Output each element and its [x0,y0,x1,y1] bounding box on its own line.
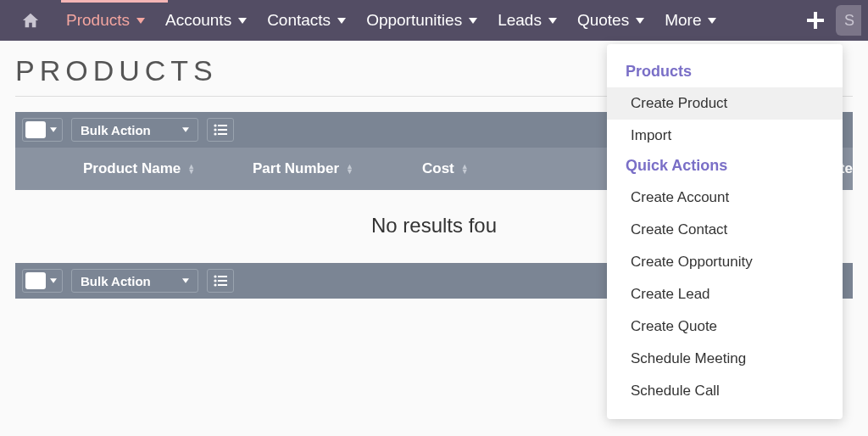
nav-quotes[interactable]: Quotes [567,0,654,41]
svg-rect-1 [807,19,824,22]
svg-point-6 [214,132,216,135]
dropdown-item-schedule-meeting[interactable]: Schedule Meeting [607,343,843,375]
nav-label: Accounts [165,11,231,30]
bulk-action-label: Bulk Action [81,123,151,137]
column-part-number[interactable]: Part Number ▲▼ [253,160,422,177]
nav-contacts[interactable]: Contacts [257,0,356,41]
column-product-name[interactable]: Product Name ▲▼ [83,160,253,177]
caret-down-icon[interactable] [48,278,62,283]
caret-down-icon [182,278,189,283]
svg-point-4 [214,128,216,131]
search-placeholder: S [844,12,854,30]
svg-rect-9 [218,276,227,277]
nav-leads[interactable]: Leads [487,0,567,41]
nav-label: Leads [498,11,542,30]
nav-label: Opportunities [366,11,462,30]
dropdown-section-quick-actions: Quick Actions [607,152,843,182]
svg-rect-13 [218,284,227,286]
search-input[interactable]: S [836,5,861,36]
list-icon [214,124,227,136]
column-cost[interactable]: Cost ▲▼ [422,160,532,177]
svg-rect-7 [218,133,227,135]
svg-point-2 [214,124,216,126]
dropdown-item-create-quote[interactable]: Create Quote [607,310,843,343]
nav-label: Contacts [267,11,331,30]
caret-down-icon [469,18,477,24]
columns-button[interactable] [207,269,234,293]
column-label: Product Name [83,160,181,177]
dropdown-item-create-contact[interactable]: Create Contact [607,214,843,246]
caret-down-icon [636,18,644,24]
bulk-action-label: Bulk Action [81,274,151,288]
checkbox-icon [25,121,46,138]
create-button[interactable] [795,12,836,29]
svg-point-8 [214,275,216,277]
nav-label: Quotes [577,11,629,30]
select-all-checkbox[interactable] [22,118,63,142]
caret-down-icon [548,18,557,24]
column-label: Cost [422,160,454,177]
nav-opportunities[interactable]: Opportunities [356,0,487,41]
columns-button[interactable] [207,118,234,142]
nav-accounts[interactable]: Accounts [155,0,257,41]
dropdown-item-create-lead[interactable]: Create Lead [607,278,843,310]
dropdown-item-create-account[interactable]: Create Account [607,182,843,214]
list-icon [214,275,227,287]
caret-down-icon [708,18,716,24]
caret-down-icon[interactable] [48,127,62,132]
select-all-checkbox[interactable] [22,269,63,293]
nav-active-indicator [61,0,168,3]
column-label: Part Number [253,160,339,177]
dropdown-item-import[interactable]: Import [607,120,843,152]
nav-label: Products [66,11,130,30]
caret-down-icon [238,18,247,24]
caret-down-icon [337,18,346,24]
bulk-action-select[interactable]: Bulk Action [71,269,198,293]
dropdown-section-products: Products [607,58,843,87]
bulk-action-select[interactable]: Bulk Action [71,118,198,142]
svg-point-12 [214,283,216,286]
nav-products[interactable]: Products [56,0,155,41]
dropdown-item-schedule-call[interactable]: Schedule Call [607,375,843,407]
svg-rect-3 [218,125,227,126]
top-nav: Products Accounts Contacts Opportunities… [0,0,868,41]
sort-icon: ▲▼ [461,164,469,174]
create-dropdown: Products Create Product Import Quick Act… [607,44,843,419]
dropdown-item-create-product[interactable]: Create Product [607,87,843,120]
nav-label: More [665,11,701,30]
dropdown-item-create-opportunity[interactable]: Create Opportunity [607,246,843,278]
svg-rect-5 [218,129,227,131]
caret-down-icon [182,127,189,132]
nav-more[interactable]: More [654,0,726,41]
sort-icon: ▲▼ [187,164,195,174]
home-icon[interactable] [14,12,47,29]
checkbox-icon [25,272,46,289]
sort-icon: ▲▼ [346,164,353,174]
svg-point-10 [214,279,216,282]
caret-down-icon [136,18,145,24]
svg-rect-11 [218,280,227,282]
